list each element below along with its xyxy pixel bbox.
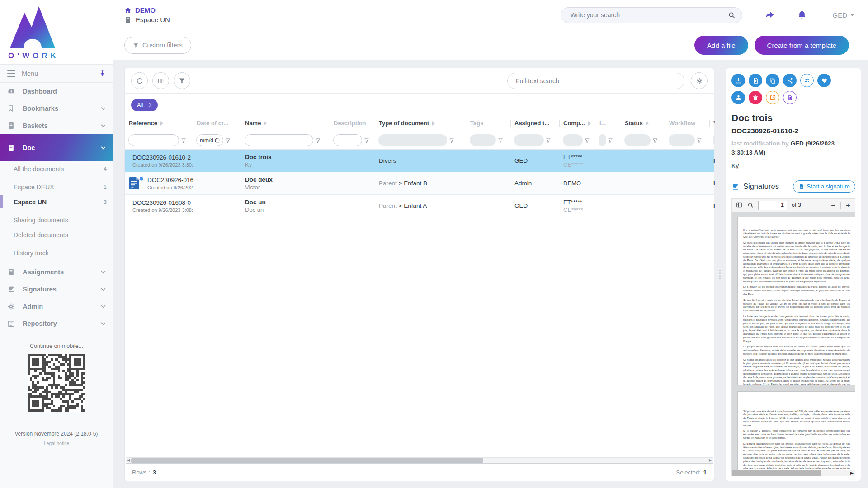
description-filter-input[interactable] (333, 134, 362, 146)
column-header-description[interactable]: Description (330, 120, 375, 127)
brand-wordmark: O'WORK (8, 52, 59, 61)
table-settings-button[interactable] (691, 72, 708, 89)
sidebar-item-signatures[interactable]: Signatures (0, 281, 113, 298)
assigned-filter-select[interactable] (514, 134, 544, 146)
funnel-icon[interactable] (652, 138, 658, 143)
sidebar-item-espace-un[interactable]: Espace UN 3 (0, 194, 113, 209)
funnel-icon[interactable] (225, 138, 231, 143)
share-button[interactable] (764, 10, 775, 20)
scroll-right-arrow[interactable]: ▶ (850, 471, 855, 475)
funnel-icon[interactable] (364, 138, 369, 143)
column-header-status[interactable]: Status (621, 120, 665, 127)
column-header-assigned[interactable]: Assigned t... (510, 120, 559, 127)
column-header-reference[interactable]: Reference (125, 120, 193, 127)
funnel-icon[interactable] (449, 138, 454, 143)
pdf-horizontal-scrollbar[interactable]: ▶ (732, 470, 855, 476)
sidebar-item-all-documents[interactable]: All the documents 4 (0, 161, 113, 176)
i-filter-select[interactable] (599, 134, 606, 146)
pdf-pages-area[interactable]: Il y a aujourd'hui trois cent quarante-h… (732, 212, 855, 470)
sidebar-item-history-track[interactable]: History track (0, 245, 113, 260)
sidebar-item-doc[interactable]: Doc (0, 134, 113, 161)
stamp-button[interactable] (731, 91, 745, 104)
table-row[interactable]: w DOC230926-01609-0 Created on 9/26/2023… (125, 172, 714, 195)
column-header-name[interactable]: Name (241, 120, 330, 127)
favorite-heart-button[interactable] (817, 74, 831, 87)
scrollbar-thumb[interactable] (732, 470, 821, 476)
workflow-filter-select[interactable] (669, 134, 695, 146)
pin-icon[interactable] (99, 70, 106, 77)
notifications-bell-button[interactable] (797, 10, 807, 20)
sidebar-item-assignments[interactable]: Assignments (0, 263, 113, 281)
sidebar-item-espace-deux[interactable]: Espace DEUX 1 (0, 179, 113, 194)
reference-filter-input[interactable] (128, 134, 179, 146)
funnel-icon[interactable] (546, 138, 551, 143)
legal-notice-link[interactable]: Legal notice (0, 441, 113, 452)
sidebar-item-baskets[interactable]: Baskets (0, 117, 113, 134)
search-icon[interactable] (728, 11, 736, 19)
create-from-template-button[interactable]: Create from a template (755, 36, 849, 55)
users-button[interactable] (800, 74, 814, 87)
pdf-sidebar-toggle[interactable] (736, 202, 743, 208)
sort-icon[interactable] (432, 121, 435, 126)
funnel-icon[interactable] (697, 138, 702, 143)
column-header-y[interactable]: Y... (709, 120, 715, 127)
copy-button[interactable] (766, 74, 779, 87)
status-filter-select[interactable] (624, 134, 651, 146)
column-header-type[interactable]: Type of document (375, 120, 466, 127)
column-header-workflow[interactable]: Workflow (665, 120, 709, 127)
pdf-search-icon[interactable] (747, 202, 754, 208)
sort-icon[interactable] (264, 121, 267, 126)
name-filter-input[interactable] (245, 134, 313, 146)
company-filter-select[interactable] (563, 134, 583, 146)
filter-button[interactable] (174, 72, 190, 89)
funnel-icon[interactable] (315, 138, 321, 143)
add-file-button[interactable]: Add a file (694, 36, 748, 55)
panel-resize-handle[interactable] (719, 270, 721, 279)
refresh-button[interactable] (131, 72, 148, 89)
scroll-left-arrow[interactable]: ◀ (126, 459, 131, 462)
column-header-date[interactable]: Date of cr... (193, 120, 241, 127)
tags-filter-select[interactable] (470, 134, 496, 146)
delete-trash-button[interactable] (749, 91, 762, 104)
share-nodes-button[interactable] (783, 74, 797, 87)
scroll-right-arrow[interactable]: ▶ (708, 459, 713, 462)
funnel-icon[interactable] (498, 138, 503, 143)
user-menu[interactable]: GED (832, 11, 854, 19)
columns-button[interactable] (152, 72, 169, 89)
sidebar-item-sharing-documents[interactable]: Sharing documents (0, 212, 113, 227)
table-row[interactable]: DOC230926-01608-0 Created on 9/26/2023 3… (125, 195, 714, 217)
scrollbar-thumb[interactable] (131, 458, 483, 463)
upload-file-button[interactable] (749, 74, 762, 87)
start-signature-button[interactable]: Start a signature (793, 180, 855, 193)
funnel-icon[interactable] (608, 138, 613, 143)
date-filter-input[interactable]: mm/d (196, 134, 223, 146)
sort-icon[interactable] (588, 121, 591, 126)
sidebar-item-bookmarks[interactable]: Bookmarks (0, 100, 113, 117)
column-header-company[interactable]: Comp... (559, 120, 595, 127)
document-file-button[interactable] (783, 91, 797, 104)
zoom-out-button[interactable]: − (830, 202, 836, 209)
column-header-i[interactable]: I... (595, 120, 621, 127)
type-filter-select[interactable] (378, 134, 447, 146)
table-row[interactable]: DOC230926-01610-2 Created on 9/26/2023 3… (125, 150, 714, 172)
column-header-tags[interactable]: Tags (466, 120, 510, 127)
global-search-input[interactable] (569, 11, 728, 19)
breadcrumb-root[interactable]: DEMO (124, 6, 170, 14)
sidebar-menu-toggle[interactable]: Menu (0, 65, 113, 83)
pdf-page-input[interactable] (758, 201, 787, 210)
fulltext-search-input[interactable] (515, 77, 677, 85)
table-horizontal-scrollbar[interactable]: ◀ ▶ (126, 457, 713, 464)
custom-filters-button[interactable]: Custom filters (124, 37, 191, 54)
sidebar-item-dashboard[interactable]: Dashboard (0, 83, 113, 100)
zoom-in-button[interactable]: + (845, 202, 851, 209)
sidebar-item-admin[interactable]: Admin (0, 298, 113, 315)
open-external-button[interactable] (766, 91, 779, 104)
sort-icon[interactable] (160, 121, 164, 126)
sidebar-item-deleted-documents[interactable]: Deleted documents (0, 227, 113, 242)
sidebar-item-repository[interactable]: Repository (0, 315, 113, 332)
funnel-icon[interactable] (585, 138, 590, 143)
funnel-icon[interactable] (181, 138, 186, 143)
download-button[interactable] (731, 74, 745, 87)
all-filter-chip[interactable]: All : 3 (131, 99, 158, 111)
sort-icon[interactable] (646, 121, 649, 126)
